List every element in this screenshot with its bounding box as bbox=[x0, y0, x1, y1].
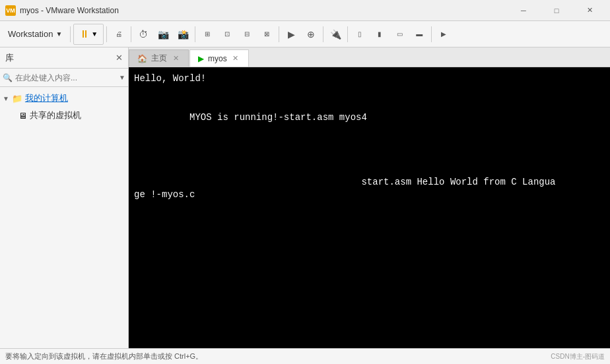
toolbar-divider-8 bbox=[431, 26, 432, 42]
content-area: 🏠 主页 ✕ ▶ myos ✕ Hello, World! MYOS is ru… bbox=[129, 47, 610, 348]
toolbar-divider-4 bbox=[195, 26, 195, 42]
pause-dropdown-icon: ▼ bbox=[91, 30, 98, 38]
tab-myos-close[interactable]: ✕ bbox=[231, 54, 240, 63]
computer-folder-icon: 📁 bbox=[12, 94, 22, 104]
tree-item-shared-vm[interactable]: 🖥 共享的虚拟机 bbox=[0, 107, 128, 124]
toolbar-divider-5 bbox=[279, 26, 279, 42]
tabs-bar: 🏠 主页 ✕ ▶ myos ✕ bbox=[129, 47, 610, 67]
workstation-menu-button[interactable]: Workstation ▼ bbox=[3, 24, 67, 45]
main-area: 库 ✕ 🔍 ▼ ▼ 📁 我的计算机 🖥 共享的虚拟机 🏠 主页 bbox=[0, 47, 610, 348]
fullscreen-icon: ⊡ bbox=[224, 30, 230, 38]
layout2-button[interactable]: ▮ bbox=[370, 24, 389, 45]
toolbar-divider-1 bbox=[70, 26, 71, 42]
toolbar-divider-7 bbox=[347, 26, 348, 42]
search-icon: 🔍 bbox=[3, 73, 13, 82]
tab-myos-icon: ▶ bbox=[198, 54, 204, 63]
window-title: myos - VMware Workstation bbox=[20, 6, 119, 15]
layout2-icon: ▮ bbox=[378, 30, 382, 38]
toolbar-divider-3 bbox=[131, 26, 131, 42]
console-icon: ▶ bbox=[288, 29, 295, 40]
statusbar-message: 要将输入定向到该虚拟机，请在虚拟机内部单击或按 Ctrl+G。 bbox=[5, 351, 203, 361]
history-icon: ⏱ bbox=[139, 29, 148, 40]
stretch-button[interactable]: ⊠ bbox=[257, 24, 276, 45]
stretch-icon: ⊠ bbox=[264, 30, 269, 38]
sidebar-tree: ▼ 📁 我的计算机 🖥 共享的虚拟机 bbox=[0, 87, 128, 348]
title-bar: VM myos - VMware Workstation ─ □ ✕ bbox=[0, 0, 610, 21]
window-controls: ─ □ ✕ bbox=[508, 0, 605, 21]
snapshot-icon: 📷 bbox=[158, 29, 169, 40]
minimize-button[interactable]: ─ bbox=[508, 0, 539, 21]
layout3-button[interactable]: ▭ bbox=[390, 24, 409, 45]
tab-home[interactable]: 🏠 主页 ✕ bbox=[129, 49, 189, 67]
usb-button[interactable]: 🔌 bbox=[326, 24, 345, 45]
print-button[interactable]: 🖨 bbox=[110, 24, 128, 45]
tab-myos-label: myos bbox=[208, 54, 227, 63]
toolbar: Workstation ▼ ⏸ ▼ 🖨 ⏱ 📷 📸 ⊞ ⊡ ⊟ ⊠ ▶ ⊕ 🔌 … bbox=[0, 21, 610, 47]
tab-home-close[interactable]: ✕ bbox=[171, 54, 180, 63]
vm-display[interactable]: Hello, World! MYOS is running!-start.asm… bbox=[129, 67, 610, 348]
tab-myos[interactable]: ▶ myos ✕ bbox=[189, 49, 249, 67]
more-button[interactable]: ▶ bbox=[434, 24, 453, 45]
vm-output: Hello, World! MYOS is running!-start.asm… bbox=[134, 73, 605, 202]
vm-settings-button[interactable]: ⊞ bbox=[198, 24, 217, 45]
layout1-icon: ▯ bbox=[358, 30, 362, 38]
search-input[interactable] bbox=[15, 73, 116, 82]
my-computer-label: 我的计算机 bbox=[25, 92, 68, 104]
pause-icon: ⏸ bbox=[79, 28, 90, 40]
history-button[interactable]: ⏱ bbox=[134, 24, 152, 45]
layout3-icon: ▭ bbox=[397, 30, 403, 38]
pause-button[interactable]: ⏸ ▼ bbox=[73, 24, 104, 45]
sidebar-header: 库 ✕ bbox=[0, 47, 128, 69]
title-bar-left: VM myos - VMware Workstation bbox=[5, 5, 119, 16]
send-icon: ⊕ bbox=[307, 29, 315, 40]
workstation-label: Workstation bbox=[8, 29, 53, 39]
close-button[interactable]: ✕ bbox=[574, 0, 605, 21]
print-icon: 🖨 bbox=[116, 30, 122, 38]
sidebar: 库 ✕ 🔍 ▼ ▼ 📁 我的计算机 🖥 共享的虚拟机 bbox=[0, 47, 129, 348]
toolbar-divider-6 bbox=[323, 26, 323, 42]
maximize-button[interactable]: □ bbox=[541, 0, 572, 21]
tab-home-label: 主页 bbox=[151, 53, 167, 64]
tree-item-my-computer[interactable]: ▼ 📁 我的计算机 bbox=[0, 90, 128, 107]
layout4-icon: ▬ bbox=[416, 30, 423, 38]
shared-vm-icon: 🖥 bbox=[18, 111, 27, 121]
search-dropdown-button[interactable]: ▼ bbox=[119, 74, 125, 81]
usb-icon: 🔌 bbox=[330, 29, 341, 40]
more-icon: ▶ bbox=[441, 30, 446, 38]
app-icon: VM bbox=[5, 5, 16, 16]
sidebar-title: 库 bbox=[5, 52, 14, 64]
statusbar-watermark: CSDN博主-图码道 bbox=[551, 352, 605, 361]
layout1-button[interactable]: ▯ bbox=[351, 24, 369, 45]
tree-expand-icon: ▼ bbox=[3, 95, 9, 102]
statusbar: 要将输入定向到该虚拟机，请在虚拟机内部单击或按 Ctrl+G。 CSDN博主-图… bbox=[0, 348, 610, 364]
snapshot2-button[interactable]: 📸 bbox=[174, 24, 192, 45]
sidebar-close-button[interactable]: ✕ bbox=[116, 53, 123, 63]
fullscreen-button[interactable]: ⊡ bbox=[218, 24, 236, 45]
toolbar-divider-2 bbox=[106, 26, 107, 42]
send-button[interactable]: ⊕ bbox=[302, 24, 320, 45]
statusbar-right: CSDN博主-图码道 bbox=[551, 352, 605, 361]
layout4-button[interactable]: ▬ bbox=[410, 24, 428, 45]
sidebar-search[interactable]: 🔍 ▼ bbox=[0, 69, 128, 87]
shared-vm-label: 共享的虚拟机 bbox=[30, 109, 81, 121]
vm-settings-icon: ⊞ bbox=[205, 30, 210, 38]
workstation-dropdown-icon: ▼ bbox=[55, 30, 62, 38]
console-button[interactable]: ▶ bbox=[282, 24, 300, 45]
snapshot-button[interactable]: 📷 bbox=[154, 24, 172, 45]
resize-icon: ⊟ bbox=[244, 30, 250, 38]
tab-home-icon: 🏠 bbox=[137, 54, 147, 63]
snapshot2-icon: 📸 bbox=[178, 29, 189, 40]
resize-button[interactable]: ⊟ bbox=[238, 24, 256, 45]
